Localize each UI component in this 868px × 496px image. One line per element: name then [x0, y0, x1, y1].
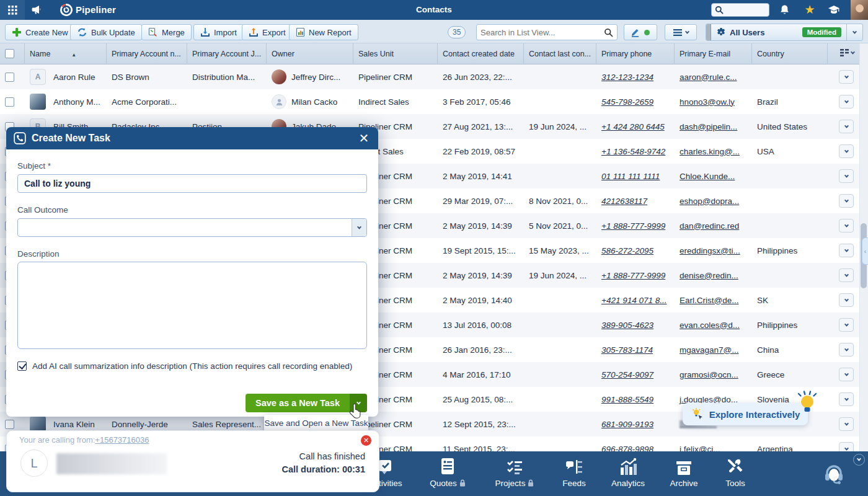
row-actions-dropdown[interactable]: [839, 318, 854, 332]
email-link[interactable]: eshop@dopra...: [680, 197, 739, 206]
column-header-email[interactable]: Primary E-mail: [675, 43, 752, 64]
row-checkbox[interactable]: [5, 97, 14, 107]
nav-item-feeds[interactable]: Feeds: [544, 455, 604, 488]
column-header-last-contacted[interactable]: Contact last con...: [524, 43, 596, 64]
nav-item-quotes[interactable]: Quotes: [418, 455, 477, 489]
phone-link[interactable]: 312-123-1234: [601, 73, 653, 82]
phone-link[interactable]: +421 914 071 8...: [601, 296, 666, 305]
column-header-owner[interactable]: Owner: [267, 43, 353, 64]
merge-button[interactable]: Merge: [141, 24, 192, 40]
profile-dropdown-chevron[interactable]: [846, 24, 862, 40]
description-textarea[interactable]: [17, 262, 367, 349]
column-header-created[interactable]: Contact created date: [438, 43, 524, 64]
call-outcome-select[interactable]: [17, 218, 367, 237]
contact-name[interactable]: Anthony M...: [53, 97, 100, 107]
new-report-button[interactable]: New Report: [289, 24, 358, 40]
phone-link[interactable]: +1 888-777-9999: [601, 271, 665, 280]
nav-item-tools[interactable]: Tools: [706, 455, 765, 488]
subject-input[interactable]: Call to liz young: [17, 174, 367, 193]
column-header-job[interactable]: Primary Account J...: [187, 43, 267, 64]
row-actions-dropdown[interactable]: [839, 144, 854, 158]
collapse-bar-chevron[interactable]: [853, 454, 865, 466]
ai-summarization-option[interactable]: Add AI call summarization info descripti…: [17, 361, 352, 371]
app-launcher-icon[interactable]: [0, 0, 25, 20]
phone-link[interactable]: 01 111 111 1111: [601, 172, 660, 181]
row-actions-dropdown[interactable]: [839, 70, 854, 84]
phone-link[interactable]: +1 424 280 6445: [601, 122, 665, 131]
phone-link[interactable]: 389-905-4623: [601, 321, 653, 330]
email-link[interactable]: denise@redin...: [680, 271, 738, 280]
email-link[interactable]: Chloe.Kunde...: [680, 172, 735, 181]
search-icon[interactable]: [604, 28, 613, 37]
save-task-button[interactable]: Save as a New Task: [246, 394, 350, 412]
row-actions-dropdown[interactable]: [839, 293, 854, 307]
phone-link[interactable]: 570-254-9097: [601, 370, 653, 379]
email-link[interactable]: hnono3@ow.ly: [680, 97, 735, 107]
email-link[interactable]: charles.king@...: [680, 147, 740, 156]
explore-interactively-button[interactable]: Explore Interactively: [683, 403, 808, 425]
row-actions-dropdown[interactable]: [839, 120, 854, 133]
phone-link[interactable]: 586-272-2095: [601, 246, 653, 255]
select-all-checkbox[interactable]: [5, 49, 14, 58]
learning-cap-icon[interactable]: [826, 2, 842, 17]
contact-name[interactable]: Ivana Klein: [53, 420, 95, 429]
email-link[interactable]: dash@pipelin...: [680, 122, 737, 131]
row-checkbox[interactable]: [5, 73, 14, 82]
row-actions-dropdown[interactable]: [839, 219, 854, 232]
create-new-button[interactable]: Create New: [5, 24, 75, 40]
row-actions-dropdown[interactable]: [839, 95, 854, 108]
support-headset-icon[interactable]: [822, 463, 846, 489]
column-header-account[interactable]: Primary Account n...: [107, 43, 187, 64]
column-header-name[interactable]: Name▲: [25, 43, 107, 64]
row-actions-dropdown[interactable]: [839, 169, 854, 183]
export-button[interactable]: Export: [242, 24, 293, 40]
column-header-phone[interactable]: Primary phone: [596, 43, 675, 64]
phone-link[interactable]: 305-783-1174: [601, 345, 653, 355]
column-header-country[interactable]: Country: [752, 43, 828, 64]
favorites-star-icon[interactable]: ★: [802, 2, 818, 17]
row-actions-dropdown[interactable]: [839, 244, 854, 257]
close-icon[interactable]: ✕: [357, 131, 371, 145]
calling-from-number-link[interactable]: +15673716036: [95, 435, 149, 445]
row-actions-dropdown[interactable]: [839, 343, 854, 356]
row-actions-dropdown[interactable]: [839, 417, 854, 431]
phone-link[interactable]: 681-909-9193: [601, 420, 653, 429]
notifications-bell-icon[interactable]: [776, 2, 792, 17]
nav-item-projects[interactable]: Projects: [485, 455, 544, 489]
pipeliner-logo-icon[interactable]: [60, 3, 73, 19]
app-title[interactable]: Pipeliner: [76, 4, 116, 15]
phone-link[interactable]: 545-798-2659: [601, 97, 653, 107]
email-link[interactable]: Earl.Crist@de...: [680, 296, 738, 305]
column-options-icon[interactable]: [840, 49, 854, 56]
email-link[interactable]: evan.coles@d...: [680, 321, 740, 330]
announcements-megaphone-icon[interactable]: [25, 0, 48, 20]
email-link[interactable]: ereddingsx@ti...: [680, 246, 740, 255]
nav-item-analytics[interactable]: Analytics: [598, 455, 658, 488]
import-button[interactable]: Import: [193, 24, 244, 40]
view-menu-button[interactable]: [665, 24, 697, 40]
email-link[interactable]: aaron@rule.c...: [680, 73, 737, 82]
global-search-input[interactable]: [711, 3, 769, 17]
ai-summarization-checkbox[interactable]: [17, 361, 27, 371]
email-link[interactable]: dan@redinc.red: [680, 221, 739, 231]
bulk-update-button[interactable]: Bulk Update: [70, 24, 142, 40]
row-actions-dropdown[interactable]: [839, 392, 854, 406]
nav-item-archive[interactable]: Archive: [654, 455, 714, 488]
table-row[interactable]: A Aaron Rule DS Brown Distribution Ma...…: [0, 64, 859, 89]
panel-collapse-handle[interactable]: ‹: [862, 237, 868, 265]
profile-selector[interactable]: All Users Modified: [706, 24, 863, 41]
row-actions-dropdown[interactable]: [839, 268, 854, 282]
user-avatar[interactable]: [851, 0, 868, 20]
table-row[interactable]: Anthony M... Acme Corporati... Milan Cac…: [0, 89, 859, 114]
phone-link[interactable]: +1 888-777-9999: [601, 221, 665, 231]
row-actions-dropdown[interactable]: [839, 194, 854, 208]
email-link[interactable]: gramosi@ocn...: [680, 370, 738, 379]
row-actions-dropdown[interactable]: [839, 368, 854, 381]
list-search-input[interactable]: [477, 28, 604, 37]
call-widget-close-icon[interactable]: ✕: [361, 435, 371, 446]
chevron-down-icon[interactable]: [352, 219, 366, 236]
highlight-filter-button[interactable]: [624, 24, 657, 40]
email-link[interactable]: mgavagan7@...: [680, 345, 739, 355]
contact-name[interactable]: Aaron Rule: [53, 73, 95, 82]
modal-header[interactable]: Create New Task ✕: [6, 127, 378, 149]
